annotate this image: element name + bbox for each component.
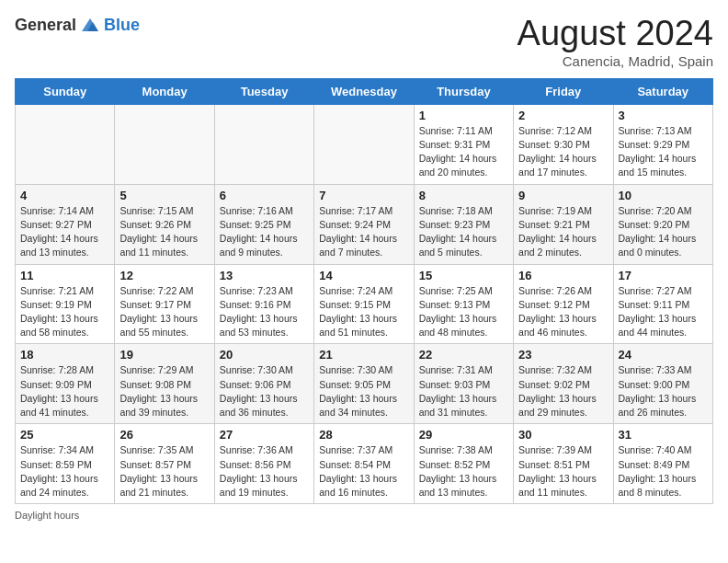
calendar-cell: 22Sunrise: 7:31 AM Sunset: 9:03 PM Dayli… bbox=[414, 344, 513, 424]
day-info: Sunrise: 7:32 AM Sunset: 9:02 PM Dayligh… bbox=[518, 363, 608, 419]
day-number: 3 bbox=[619, 109, 708, 122]
day-info: Sunrise: 7:22 AM Sunset: 9:17 PM Dayligh… bbox=[119, 284, 209, 340]
day-number: 8 bbox=[419, 189, 508, 202]
day-info: Sunrise: 7:37 AM Sunset: 8:54 PM Dayligh… bbox=[319, 443, 408, 500]
day-header-monday: Monday bbox=[115, 78, 214, 104]
calendar-cell: 25Sunrise: 7:34 AM Sunset: 8:59 PM Dayli… bbox=[16, 424, 115, 504]
day-header-thursday: Thursday bbox=[414, 78, 513, 104]
calendar-cell: 8Sunrise: 7:18 AM Sunset: 9:23 PM Daylig… bbox=[414, 184, 513, 264]
day-info: Sunrise: 7:18 AM Sunset: 9:23 PM Dayligh… bbox=[419, 204, 508, 260]
calendar-cell: 15Sunrise: 7:25 AM Sunset: 9:13 PM Dayli… bbox=[414, 264, 513, 344]
day-info: Sunrise: 7:17 AM Sunset: 9:24 PM Dayligh… bbox=[319, 204, 408, 260]
day-info: Sunrise: 7:23 AM Sunset: 9:16 PM Dayligh… bbox=[220, 284, 309, 340]
day-number: 17 bbox=[619, 269, 708, 282]
calendar-subtitle: Canencia, Madrid, Spain bbox=[518, 53, 713, 69]
calendar-table: SundayMondayTuesdayWednesdayThursdayFrid… bbox=[15, 78, 713, 504]
week-row-1: 1Sunrise: 7:11 AM Sunset: 9:31 PM Daylig… bbox=[16, 104, 713, 184]
header-row: SundayMondayTuesdayWednesdayThursdayFrid… bbox=[16, 78, 713, 104]
day-info: Sunrise: 7:38 AM Sunset: 8:52 PM Dayligh… bbox=[419, 443, 508, 500]
day-number: 24 bbox=[619, 348, 708, 362]
calendar-cell: 19Sunrise: 7:29 AM Sunset: 9:08 PM Dayli… bbox=[115, 344, 214, 424]
day-info: Sunrise: 7:33 AM Sunset: 9:00 PM Dayligh… bbox=[619, 363, 708, 419]
logo-icon bbox=[80, 15, 100, 35]
calendar-title: August 2024 bbox=[518, 15, 713, 53]
day-info: Sunrise: 7:21 AM Sunset: 9:19 PM Dayligh… bbox=[20, 284, 109, 340]
day-number: 12 bbox=[119, 269, 209, 282]
day-info: Sunrise: 7:36 AM Sunset: 8:56 PM Dayligh… bbox=[220, 443, 309, 500]
day-number: 25 bbox=[20, 428, 109, 442]
day-header-wednesday: Wednesday bbox=[314, 78, 414, 104]
day-info: Sunrise: 7:29 AM Sunset: 9:08 PM Dayligh… bbox=[119, 363, 209, 419]
day-number: 22 bbox=[419, 348, 508, 362]
calendar-cell bbox=[314, 104, 414, 184]
logo-general: General bbox=[15, 16, 76, 35]
week-row-5: 25Sunrise: 7:34 AM Sunset: 8:59 PM Dayli… bbox=[16, 424, 713, 504]
day-info: Sunrise: 7:39 AM Sunset: 8:51 PM Dayligh… bbox=[518, 443, 608, 500]
day-info: Sunrise: 7:24 AM Sunset: 9:15 PM Dayligh… bbox=[319, 284, 408, 340]
day-info: Sunrise: 7:27 AM Sunset: 9:11 PM Dayligh… bbox=[619, 284, 708, 340]
calendar-cell: 31Sunrise: 7:40 AM Sunset: 8:49 PM Dayli… bbox=[613, 424, 712, 504]
day-number: 16 bbox=[518, 269, 608, 282]
day-number: 14 bbox=[319, 269, 408, 282]
calendar-cell: 4Sunrise: 7:14 AM Sunset: 9:27 PM Daylig… bbox=[16, 184, 115, 264]
day-number: 9 bbox=[518, 189, 608, 202]
calendar-cell: 18Sunrise: 7:28 AM Sunset: 9:09 PM Dayli… bbox=[16, 344, 115, 424]
day-number: 19 bbox=[119, 348, 209, 362]
day-number: 7 bbox=[319, 189, 408, 202]
calendar-cell bbox=[16, 104, 115, 184]
footer-note: Daylight hours bbox=[15, 510, 713, 521]
day-number: 18 bbox=[20, 348, 109, 362]
calendar-cell: 13Sunrise: 7:23 AM Sunset: 9:16 PM Dayli… bbox=[214, 264, 313, 344]
day-header-sunday: Sunday bbox=[16, 78, 115, 104]
day-info: Sunrise: 7:19 AM Sunset: 9:21 PM Dayligh… bbox=[518, 204, 608, 260]
day-number: 21 bbox=[319, 348, 408, 362]
calendar-cell: 2Sunrise: 7:12 AM Sunset: 9:30 PM Daylig… bbox=[514, 104, 613, 184]
day-info: Sunrise: 7:16 AM Sunset: 9:25 PM Dayligh… bbox=[220, 204, 309, 260]
day-number: 31 bbox=[619, 428, 708, 442]
day-info: Sunrise: 7:13 AM Sunset: 9:29 PM Dayligh… bbox=[619, 124, 708, 180]
calendar-cell: 20Sunrise: 7:30 AM Sunset: 9:06 PM Dayli… bbox=[214, 344, 313, 424]
day-number: 26 bbox=[119, 428, 209, 442]
week-row-2: 4Sunrise: 7:14 AM Sunset: 9:27 PM Daylig… bbox=[16, 184, 713, 264]
day-number: 28 bbox=[319, 428, 408, 442]
week-row-4: 18Sunrise: 7:28 AM Sunset: 9:09 PM Dayli… bbox=[16, 344, 713, 424]
calendar-cell: 3Sunrise: 7:13 AM Sunset: 9:29 PM Daylig… bbox=[613, 104, 712, 184]
day-number: 1 bbox=[419, 109, 508, 122]
calendar-cell: 16Sunrise: 7:26 AM Sunset: 9:12 PM Dayli… bbox=[514, 264, 613, 344]
calendar-cell: 1Sunrise: 7:11 AM Sunset: 9:31 PM Daylig… bbox=[414, 104, 513, 184]
calendar-cell: 11Sunrise: 7:21 AM Sunset: 9:19 PM Dayli… bbox=[16, 264, 115, 344]
calendar-cell: 28Sunrise: 7:37 AM Sunset: 8:54 PM Dayli… bbox=[314, 424, 414, 504]
day-info: Sunrise: 7:15 AM Sunset: 9:26 PM Dayligh… bbox=[119, 204, 209, 260]
day-number: 30 bbox=[518, 428, 608, 442]
header: General Blue August 2024 Canencia, Madri… bbox=[15, 15, 713, 69]
day-info: Sunrise: 7:14 AM Sunset: 9:27 PM Dayligh… bbox=[20, 204, 109, 260]
day-number: 2 bbox=[518, 109, 608, 122]
title-area: August 2024 Canencia, Madrid, Spain bbox=[518, 15, 713, 69]
calendar-cell: 7Sunrise: 7:17 AM Sunset: 9:24 PM Daylig… bbox=[314, 184, 414, 264]
calendar-cell bbox=[115, 104, 214, 184]
day-info: Sunrise: 7:30 AM Sunset: 9:06 PM Dayligh… bbox=[220, 363, 309, 419]
calendar-cell: 24Sunrise: 7:33 AM Sunset: 9:00 PM Dayli… bbox=[613, 344, 712, 424]
calendar-cell bbox=[214, 104, 313, 184]
day-number: 10 bbox=[619, 189, 708, 202]
day-info: Sunrise: 7:28 AM Sunset: 9:09 PM Dayligh… bbox=[20, 363, 109, 419]
day-info: Sunrise: 7:40 AM Sunset: 8:49 PM Dayligh… bbox=[619, 443, 708, 500]
day-number: 4 bbox=[20, 189, 109, 202]
day-info: Sunrise: 7:11 AM Sunset: 9:31 PM Dayligh… bbox=[419, 124, 508, 180]
day-info: Sunrise: 7:20 AM Sunset: 9:20 PM Dayligh… bbox=[619, 204, 708, 260]
day-info: Sunrise: 7:12 AM Sunset: 9:30 PM Dayligh… bbox=[518, 124, 608, 180]
calendar-cell: 21Sunrise: 7:30 AM Sunset: 9:05 PM Dayli… bbox=[314, 344, 414, 424]
day-number: 29 bbox=[419, 428, 508, 442]
daylight-label: Daylight hours bbox=[15, 510, 79, 521]
calendar-cell: 27Sunrise: 7:36 AM Sunset: 8:56 PM Dayli… bbox=[214, 424, 313, 504]
day-number: 6 bbox=[220, 189, 309, 202]
calendar-cell: 26Sunrise: 7:35 AM Sunset: 8:57 PM Dayli… bbox=[115, 424, 214, 504]
day-info: Sunrise: 7:34 AM Sunset: 8:59 PM Dayligh… bbox=[20, 443, 109, 500]
week-row-3: 11Sunrise: 7:21 AM Sunset: 9:19 PM Dayli… bbox=[16, 264, 713, 344]
day-info: Sunrise: 7:35 AM Sunset: 8:57 PM Dayligh… bbox=[119, 443, 209, 500]
day-number: 20 bbox=[220, 348, 309, 362]
day-info: Sunrise: 7:26 AM Sunset: 9:12 PM Dayligh… bbox=[518, 284, 608, 340]
day-info: Sunrise: 7:25 AM Sunset: 9:13 PM Dayligh… bbox=[419, 284, 508, 340]
calendar-cell: 9Sunrise: 7:19 AM Sunset: 9:21 PM Daylig… bbox=[514, 184, 613, 264]
logo-blue: Blue bbox=[104, 16, 140, 35]
